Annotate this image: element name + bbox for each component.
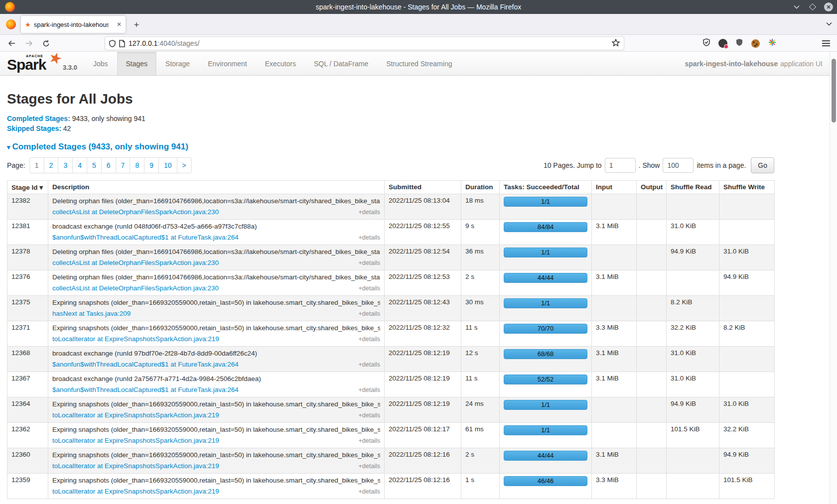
column-header[interactable]: Output	[637, 181, 667, 194]
column-header[interactable]: Description	[48, 181, 385, 194]
scrollbar-thumb[interactable]	[832, 59, 836, 123]
details-toggle[interactable]: +details	[359, 488, 380, 496]
stage-detail-link[interactable]: toLocalIterator at ExpireSnapshotsSparkA…	[52, 436, 219, 445]
column-header[interactable]: Shuffle Read	[667, 181, 719, 194]
completed-stages-link[interactable]: Completed Stages:	[7, 115, 70, 123]
tasks-cell: 46/46	[500, 474, 592, 499]
details-toggle[interactable]: +details	[359, 361, 380, 369]
details-toggle[interactable]: +details	[359, 284, 380, 293]
items-per-page-input[interactable]	[663, 158, 694, 173]
nav-item-environment[interactable]: Environment	[199, 52, 256, 75]
nav-item-executors[interactable]: Executors	[256, 52, 305, 75]
description-cell: Expiring snapshots (older_than=166932055…	[48, 423, 385, 448]
column-header[interactable]: Submitted	[385, 181, 461, 194]
ublock-shield-icon[interactable]	[736, 38, 743, 48]
pocket-shield-icon[interactable]	[703, 38, 710, 48]
menu-hamburger-icon[interactable]	[822, 40, 830, 46]
stage-description: Expiring snapshots (older_than=166932055…	[52, 425, 380, 434]
details-toggle[interactable]: +details	[359, 411, 380, 420]
back-button[interactable]	[5, 36, 19, 50]
page-button-6[interactable]: 6	[101, 158, 116, 173]
spark-logo[interactable]: APACHE Spark ★	[0, 52, 58, 75]
stage-detail-link[interactable]: toLocalIterator at ExpireSnapshotsSparkA…	[52, 462, 219, 470]
shuffle-read-cell: 32.2 KiB	[667, 321, 719, 347]
details-toggle[interactable]: +details	[359, 310, 380, 318]
stage-description: Expiring snapshots (older_than=166932055…	[52, 298, 380, 307]
page-button-3[interactable]: 3	[58, 158, 72, 173]
details-toggle[interactable]: +details	[359, 259, 380, 267]
stage-id-cell: 12382	[7, 194, 48, 220]
details-toggle[interactable]: +details	[359, 234, 380, 242]
stage-detail-link[interactable]: toLocalIterator at ExpireSnapshotsSparkA…	[52, 487, 219, 496]
skipped-stages-link[interactable]: Skipped Stages:	[7, 125, 61, 132]
column-header[interactable]: Tasks: Succeeded/Total	[500, 181, 592, 194]
details-toggle[interactable]: +details	[359, 462, 380, 471]
nav-item-structured-streaming[interactable]: Structured Streaming	[377, 52, 461, 75]
list-all-tabs-button[interactable]	[826, 19, 832, 28]
tracking-shield-icon[interactable]	[109, 40, 116, 47]
privacy-extension-icon[interactable]	[718, 39, 727, 48]
table-row: 12381broadcast exchange (runId 048fd06f-…	[7, 220, 775, 245]
nav-item-sql-dataframe[interactable]: SQL / DataFrame	[305, 52, 377, 75]
details-toggle[interactable]: +details	[359, 208, 380, 217]
page-button-1[interactable]: 1	[30, 158, 44, 173]
completed-stages-section-toggle[interactable]: ▾Completed Stages (9433, only showing 94…	[7, 142, 830, 152]
page-button-4[interactable]: 4	[72, 158, 87, 173]
bookmark-star-icon[interactable]	[612, 39, 620, 48]
duration-cell: 24 ms	[461, 397, 500, 423]
details-toggle[interactable]: +details	[359, 386, 380, 394]
multicolor-extension-icon[interactable]	[768, 38, 776, 48]
stage-detail-link[interactable]: $anonfun$withThreadLocalCaptured$1 at Fu…	[52, 360, 239, 369]
cookie-icon[interactable]	[751, 39, 760, 48]
nav-item-stages[interactable]: Stages	[117, 52, 157, 75]
firefox-view-icon[interactable]	[6, 19, 16, 29]
nav-item-storage[interactable]: Storage	[156, 52, 199, 75]
site-info-icon[interactable]	[119, 40, 125, 47]
output-cell	[637, 194, 667, 220]
output-cell	[637, 474, 667, 499]
column-header[interactable]: Shuffle Write	[719, 181, 775, 194]
table-row: 12367broadcast exchange (runId 2a75677f-…	[7, 372, 775, 397]
window-close-button[interactable]: ✕	[824, 2, 833, 11]
reload-button[interactable]	[39, 36, 53, 50]
stage-detail-link[interactable]: $anonfun$withThreadLocalCaptured$1 at Fu…	[52, 385, 239, 394]
input-cell	[592, 245, 637, 270]
forward-button[interactable]	[22, 36, 36, 50]
tab-close-icon[interactable]: ✕	[117, 21, 122, 28]
stage-detail-link[interactable]: toLocalIterator at ExpireSnapshotsSparkA…	[52, 335, 219, 343]
page-button-2[interactable]: 2	[44, 158, 58, 173]
page-button-9[interactable]: 9	[144, 158, 158, 173]
stage-detail-link[interactable]: hasNext at Tasks.java:209	[52, 309, 131, 318]
stage-detail-link[interactable]: $anonfun$withThreadLocalCaptured$1 at Fu…	[52, 233, 239, 242]
url-bar[interactable]: 127.0.0.1:4040/stages/	[105, 36, 624, 50]
next-page-button[interactable]: >	[177, 158, 191, 173]
column-header[interactable]: Duration	[461, 181, 500, 194]
stage-detail-link[interactable]: collectAsList at DeleteOrphanFilesSparkA…	[52, 208, 219, 216]
column-header[interactable]: Input	[592, 181, 637, 194]
page-button-10[interactable]: 10	[158, 158, 177, 173]
description-cell: broadcast exchange (runId 048fd06f-d753-…	[48, 220, 385, 245]
window-minimize-button[interactable]	[792, 2, 801, 11]
stage-detail-link[interactable]: toLocalIterator at ExpireSnapshotsSparkA…	[52, 411, 219, 419]
page-button-8[interactable]: 8	[130, 158, 144, 173]
vertical-scrollbar[interactable]	[830, 52, 837, 504]
column-header[interactable]: Stage Id ▾	[7, 181, 48, 194]
new-tab-button[interactable]: +	[131, 19, 142, 31]
description-cell: broadcast exchange (runId 97bdf70e-2f28-…	[48, 347, 385, 372]
spark-navbar: APACHE Spark ★ 3.3.0 JobsStagesStorageEn…	[0, 52, 830, 76]
description-cell: Expiring snapshots (older_than=166932055…	[48, 397, 385, 423]
window-maximize-button[interactable]	[808, 2, 817, 11]
details-toggle[interactable]: +details	[359, 335, 380, 344]
stage-detail-link[interactable]: collectAsList at DeleteOrphanFilesSparkA…	[52, 258, 219, 267]
page-button-5[interactable]: 5	[87, 158, 101, 173]
details-toggle[interactable]: +details	[359, 437, 380, 445]
go-button[interactable]: Go	[751, 157, 774, 173]
jump-to-page-input[interactable]	[605, 158, 636, 173]
nav-item-jobs[interactable]: Jobs	[84, 52, 117, 75]
table-row: 12359Expiring snapshots (older_than=1669…	[7, 474, 775, 499]
output-cell	[637, 448, 667, 474]
browser-tab[interactable]: ★ spark-ingest-into-lakehous ✕	[21, 16, 126, 33]
page-button-7[interactable]: 7	[116, 158, 130, 173]
tasks-cell: 68/68	[500, 347, 592, 372]
stage-detail-link[interactable]: collectAsList at DeleteOrphanFilesSparkA…	[52, 284, 219, 292]
